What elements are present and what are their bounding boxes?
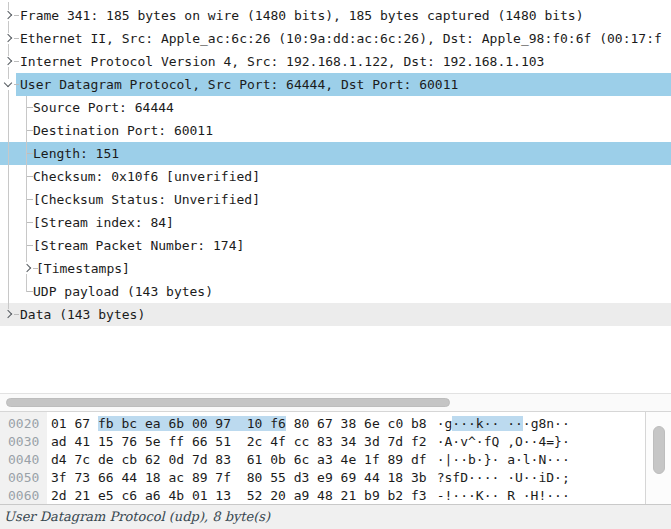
vertical-scrollbar[interactable] bbox=[646, 412, 671, 504]
expand-chevron-icon[interactable] bbox=[4, 34, 12, 42]
tree-branch-line bbox=[26, 130, 33, 131]
tree-row-label: User Datagram Protocol, Src Port: 64444,… bbox=[20, 73, 458, 96]
tree-row-udp-payload[interactable]: UDP payload (143 bytes) bbox=[0, 280, 671, 303]
tree-guide-line bbox=[26, 274, 27, 292]
ascii-column: ·g···k·· ···g8n·· bbox=[437, 416, 570, 431]
hex-offset: 0040 bbox=[8, 451, 51, 469]
tree-branch-line bbox=[26, 107, 33, 108]
bytes-text: d4 7c de cb 62 0d 7d 83 61 0b 6c a3 4e 1… bbox=[51, 452, 427, 467]
tree-branch-line bbox=[14, 314, 19, 315]
tree-row-label: Data (143 bytes) bbox=[20, 303, 145, 326]
tree-branch-line bbox=[26, 291, 33, 292]
hex-bytes: ad 41 15 76 5e ff 66 51 2c 4f cc 83 34 3… bbox=[51, 434, 427, 449]
tree-row-udp[interactable]: User Datagram Protocol, Src Port: 64444,… bbox=[0, 73, 671, 96]
bytes-text: ad 41 15 76 5e ff 66 51 2c 4f cc 83 34 3… bbox=[51, 434, 427, 449]
tree-row-ipv4[interactable]: Internet Protocol Version 4, Src: 192.16… bbox=[0, 50, 671, 73]
horizontal-scrollbar-thumb[interactable] bbox=[6, 398, 450, 407]
bytes-text: ?sfD···· ·U··iD·; bbox=[437, 470, 570, 485]
tree-row-udp-timestamps[interactable]: [Timestamps] bbox=[0, 257, 671, 280]
hex-row-0040[interactable]: 0040d4 7c de cb 62 0d 7d 83 61 0b 6c a3 … bbox=[0, 451, 645, 469]
tree-row-udp-dstport[interactable]: Destination Port: 60011 bbox=[0, 119, 671, 142]
tree-row-label: [Checksum Status: Unverified] bbox=[33, 188, 260, 211]
horizontal-scrollbar[interactable] bbox=[0, 393, 671, 411]
tree-row-label: Source Port: 64444 bbox=[33, 96, 174, 119]
bytes-text: 80 67 38 6e c0 b8 bbox=[286, 416, 427, 431]
tree-branch-line bbox=[26, 199, 33, 200]
tree-row-udp-srcport[interactable]: Source Port: 64444 bbox=[0, 96, 671, 119]
tree-row-label: Destination Port: 60011 bbox=[33, 119, 213, 142]
packet-details-pane: Frame 341: 185 bytes on wire (1480 bits)… bbox=[0, 0, 671, 393]
hex-bytes: 01 67 fb bc ea 6b 00 97 10 f6 80 67 38 6… bbox=[51, 416, 427, 431]
bytes-text: 3f 73 66 44 18 ac 89 7f 80 55 d3 e9 69 4… bbox=[51, 470, 427, 485]
packet-bytes-pane: 002001 67 fb bc ea 6b 00 97 10 f6 80 67 … bbox=[0, 411, 671, 504]
tree-row-udp-stream-packet-number[interactable]: [Stream Packet Number: 174] bbox=[0, 234, 671, 257]
tree-row-label: Internet Protocol Version 4, Src: 192.16… bbox=[20, 50, 544, 73]
bytes-text: ·g8n·· bbox=[523, 416, 570, 431]
tree-branch-line bbox=[14, 15, 19, 16]
bytes-text: 2d 21 e5 c6 a6 4b 01 13 52 20 a9 48 21 b… bbox=[51, 488, 427, 503]
tree-guide-line bbox=[8, 44, 9, 56]
hex-offset: 0030 bbox=[8, 433, 51, 451]
tree-row-ethernet[interactable]: Ethernet II, Src: Apple_ac:6c:26 (10:9a:… bbox=[0, 27, 671, 50]
vertical-scrollbar-thumb[interactable] bbox=[653, 426, 665, 474]
tree-row-frame[interactable]: Frame 341: 185 bytes on wire (1480 bits)… bbox=[0, 4, 671, 27]
ascii-column: ·|··b·}· a·l·N··· bbox=[437, 452, 570, 467]
expand-chevron-icon[interactable] bbox=[4, 57, 12, 65]
wireshark-window: Frame 341: 185 bytes on wire (1480 bits)… bbox=[0, 0, 671, 529]
hex-bytes: 3f 73 66 44 18 ac 89 7f 80 55 d3 e9 69 4… bbox=[51, 470, 427, 485]
hex-bytes: 2d 21 e5 c6 a6 4b 01 13 52 20 a9 48 21 b… bbox=[51, 488, 427, 503]
bytes-text: 01 67 bbox=[51, 416, 98, 431]
ascii-column: ?sfD···· ·U··iD·; bbox=[437, 470, 570, 485]
tree-guide-line bbox=[8, 21, 9, 33]
bytes-text: ·|··b·}· a·l·N··· bbox=[437, 452, 570, 467]
ascii-column: -!···K·· R ·H!··· bbox=[437, 488, 570, 503]
hex-offset: 0050 bbox=[8, 469, 51, 487]
tree-row-label: Length: 151 bbox=[33, 142, 119, 165]
tree-guide-line bbox=[26, 96, 27, 262]
bytes-text: ·g bbox=[437, 416, 453, 431]
tree-row-label: Ethernet II, Src: Apple_ac:6c:26 (10:9a:… bbox=[20, 27, 662, 50]
tree-row-label: Checksum: 0x10f6 [unverified] bbox=[33, 165, 260, 188]
highlighted-bytes: ···k·· ·· bbox=[452, 416, 522, 431]
tree-row-label: [Timestamps] bbox=[36, 257, 130, 280]
tree-guide-line bbox=[8, 90, 9, 309]
hex-row-0060[interactable]: 00602d 21 e5 c6 a6 4b 01 13 52 20 a9 48 … bbox=[0, 487, 645, 504]
tree-guide-line bbox=[8, 2, 9, 10]
tree-row-label: UDP payload (143 bytes) bbox=[33, 280, 213, 303]
hex-row-0020[interactable]: 002001 67 fb bc ea 6b 00 97 10 f6 80 67 … bbox=[0, 415, 645, 433]
expand-chevron-icon[interactable] bbox=[4, 11, 12, 19]
hex-offset: 0020 bbox=[8, 415, 51, 433]
tree-branch-line bbox=[14, 38, 19, 39]
expand-chevron-icon[interactable] bbox=[23, 264, 31, 272]
tree-row-udp-length[interactable]: Length: 151 bbox=[0, 142, 671, 165]
tree-branch-line bbox=[26, 245, 33, 246]
hex-bytes: d4 7c de cb 62 0d 7d 83 61 0b 6c a3 4e 1… bbox=[51, 452, 427, 467]
tree-row-udp-checksum[interactable]: Checksum: 0x10f6 [unverified] bbox=[0, 165, 671, 188]
bytes-text: -!···K·· R ·H!··· bbox=[437, 488, 570, 503]
tree-row-data[interactable]: Data (143 bytes) bbox=[0, 303, 671, 326]
tree-row-udp-checksum-status[interactable]: [Checksum Status: Unverified] bbox=[0, 188, 671, 211]
status-bar-field-info: User Datagram Protocol (udp), 8 byte(s) bbox=[0, 504, 671, 529]
tree-row-label: [Stream index: 84] bbox=[33, 211, 174, 234]
tree-row-label: [Stream Packet Number: 174] bbox=[33, 234, 244, 257]
tree-guide-line bbox=[8, 67, 9, 79]
hex-offset: 0060 bbox=[8, 487, 51, 504]
hex-dump[interactable]: 002001 67 fb bc ea 6b 00 97 10 f6 80 67 … bbox=[0, 412, 646, 504]
bytes-text: ·A·v^·fQ ,O··4=}· bbox=[437, 434, 570, 449]
tree-branch-line bbox=[26, 176, 33, 177]
tree-branch-line bbox=[14, 84, 19, 85]
tree-branch-line bbox=[26, 153, 33, 154]
tree-row-label: Frame 341: 185 bytes on wire (1480 bits)… bbox=[20, 4, 584, 27]
tree-branch-line bbox=[14, 61, 19, 62]
collapse-chevron-icon[interactable] bbox=[4, 79, 12, 87]
hex-row-0050[interactable]: 00503f 73 66 44 18 ac 89 7f 80 55 d3 e9 … bbox=[0, 469, 645, 487]
highlighted-bytes: fb bc ea 6b 00 97 10 f6 bbox=[98, 416, 286, 431]
ascii-column: ·A·v^·fQ ,O··4=}· bbox=[437, 434, 570, 449]
tree-branch-line bbox=[26, 222, 33, 223]
hex-row-0030[interactable]: 0030ad 41 15 76 5e ff 66 51 2c 4f cc 83 … bbox=[0, 433, 645, 451]
tree-row-udp-stream-index[interactable]: [Stream index: 84] bbox=[0, 211, 671, 234]
